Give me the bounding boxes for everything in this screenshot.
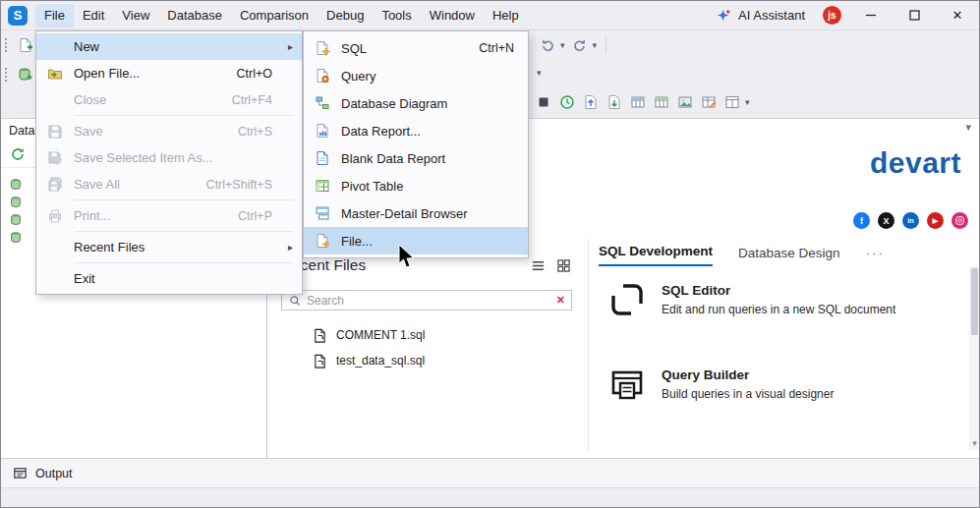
file-menu-item-new[interactable]: New ▸ <box>36 33 302 60</box>
app-logo-icon: S <box>8 6 28 26</box>
file-menu-item-open[interactable]: Open File... Ctrl+O <box>36 60 302 86</box>
menu-item-label: Recent Files <box>74 240 296 254</box>
submenu-arrow-icon: ▸ <box>288 242 293 253</box>
menu-item-label: Master-Detail Browser <box>341 206 522 221</box>
new-sql-icon <box>314 39 331 57</box>
menu-item-label: SQL <box>341 41 479 56</box>
menu-help[interactable]: Help <box>484 4 528 28</box>
search-input[interactable] <box>307 294 550 308</box>
close-button[interactable]: ✕ <box>936 1 979 30</box>
new-submenu-item-master-detail-browser[interactable]: Master-Detail Browser <box>304 199 528 227</box>
undo-icon[interactable] <box>539 36 556 54</box>
redo-dropdown-caret[interactable]: ▾ <box>593 40 598 50</box>
scroll-down-chevron[interactable]: ▾ <box>969 436 980 450</box>
new-submenu-item-query[interactable]: Query <box>304 62 528 89</box>
add-connection-icon[interactable] <box>17 66 34 84</box>
recent-file-item[interactable]: COMMENT 1.sql <box>281 322 572 348</box>
data-grid-icon[interactable] <box>629 93 647 111</box>
maximize-button[interactable] <box>893 1 936 30</box>
blank-icon <box>46 239 64 256</box>
recent-file-name: test_data_sql.sql <box>336 354 425 367</box>
sql-file-icon <box>311 326 328 344</box>
menu-comparison[interactable]: Comparison <box>231 4 317 28</box>
new-submenu-item-data-report[interactable]: Data Report... <box>304 117 528 144</box>
pivot-table-icon <box>314 177 331 195</box>
sql-editor-icon <box>608 281 646 318</box>
menu-item-label: Pivot Table <box>341 179 522 194</box>
export-data-icon[interactable] <box>582 93 600 111</box>
ai-assistant-button[interactable]: AI Assistant <box>705 1 815 30</box>
panel-overflow-chevron[interactable]: ▾ <box>965 121 971 134</box>
menu-edit[interactable]: Edit <box>74 4 113 28</box>
edit-grid-icon[interactable] <box>700 93 718 111</box>
menu-item-label: Data Report... <box>341 124 522 139</box>
sql-editor-card[interactable]: SQL Editor Edit and run queries in a new… <box>608 281 980 328</box>
linkedin-icon[interactable]: in <box>902 212 919 229</box>
clear-search-icon[interactable]: ✕ <box>556 294 565 307</box>
scrollbar-thumb[interactable] <box>971 268 978 335</box>
output-label: Output <box>35 467 73 480</box>
table-icon[interactable] <box>653 93 670 111</box>
toolbar-drag-handle[interactable] <box>4 67 8 83</box>
tab-more[interactable]: ··· <box>866 246 886 266</box>
blank-data-report-icon <box>314 149 331 167</box>
data-report-icon <box>314 122 331 140</box>
layout-icon[interactable] <box>723 93 741 111</box>
tile-view-icon[interactable] <box>554 256 572 274</box>
menu-debug[interactable]: Debug <box>317 4 373 28</box>
new-submenu-item-database-diagram[interactable]: Database Diagram <box>304 89 528 117</box>
titlebar-right: AI Assistant js ✕ <box>705 1 979 30</box>
menu-file[interactable]: File <box>35 4 74 28</box>
tab-sql-development[interactable]: SQL Development <box>599 244 713 266</box>
toolbar-drag-handle[interactable] <box>4 37 8 53</box>
import-data-icon[interactable] <box>605 93 623 111</box>
menu-item-shortcut: Ctrl+N <box>479 41 514 55</box>
vertical-scrollbar[interactable]: ▾ <box>969 266 980 450</box>
new-submenu: SQL Ctrl+N Query Database Diagram Data R… <box>303 30 529 258</box>
menubar: File Edit View Database Comparison Debug… <box>35 1 528 30</box>
stop-icon[interactable] <box>535 93 552 111</box>
menu-tools[interactable]: Tools <box>373 4 420 28</box>
file-menu-item-recent-files[interactable]: Recent Files ▸ <box>36 234 302 260</box>
redo-icon[interactable] <box>571 36 589 54</box>
image-icon[interactable] <box>676 93 694 111</box>
undo-dropdown-caret[interactable]: ▾ <box>560 40 565 50</box>
app-window: S File Edit View Database Comparison Deb… <box>0 0 980 508</box>
new-submenu-item-pivot-table[interactable]: Pivot Table <box>304 172 528 199</box>
refresh-icon[interactable] <box>9 145 27 163</box>
instagram-icon[interactable] <box>951 212 968 229</box>
card-title: SQL Editor <box>662 283 895 298</box>
minimize-button[interactable] <box>849 1 893 30</box>
save-icon <box>46 123 64 141</box>
new-query-icon <box>314 67 331 85</box>
file-menu-item-exit[interactable]: Exit <box>36 265 302 292</box>
menu-item-shortcut: Ctrl+Shift+S <box>206 178 272 192</box>
tab-database-design[interactable]: Database Design <box>738 246 840 266</box>
output-panel-bar[interactable]: Output <box>1 458 979 487</box>
file-menu-item-print: Print... Ctrl+P <box>36 202 302 229</box>
mouse-cursor <box>397 244 415 272</box>
new-submenu-item-file[interactable]: File... <box>304 227 528 254</box>
x-twitter-icon[interactable]: X <box>878 212 894 229</box>
list-view-icon[interactable] <box>529 256 547 274</box>
combo-dropdown-caret[interactable]: ▾ <box>537 68 542 78</box>
menu-database[interactable]: Database <box>158 4 231 28</box>
menu-item-shortcut: Ctrl+P <box>238 209 272 223</box>
youtube-icon[interactable]: ▶ <box>927 212 944 229</box>
save-all-icon <box>46 176 64 194</box>
ai-sparkle-icon <box>715 7 732 25</box>
menu-view[interactable]: View <box>113 4 158 28</box>
column-divider <box>588 239 589 450</box>
new-item-icon[interactable] <box>17 36 34 54</box>
user-avatar[interactable]: js <box>823 6 841 25</box>
recent-file-item[interactable]: test_data_sql.sql <box>281 348 572 373</box>
file-menu-item-save: Save Ctrl+S <box>36 118 302 144</box>
recent-files-searchbox: ✕ <box>281 290 572 310</box>
toolbar-overflow-chevron[interactable]: ▾ <box>745 97 750 107</box>
query-builder-card[interactable]: Query Builder Build queries in a visual … <box>608 366 980 413</box>
new-submenu-item-blank-data-report[interactable]: Blank Data Report <box>304 144 528 172</box>
history-clock-icon[interactable] <box>558 93 576 111</box>
menu-window[interactable]: Window <box>421 4 484 28</box>
facebook-icon[interactable]: f <box>853 212 870 229</box>
new-submenu-item-sql[interactable]: SQL Ctrl+N <box>304 34 528 62</box>
